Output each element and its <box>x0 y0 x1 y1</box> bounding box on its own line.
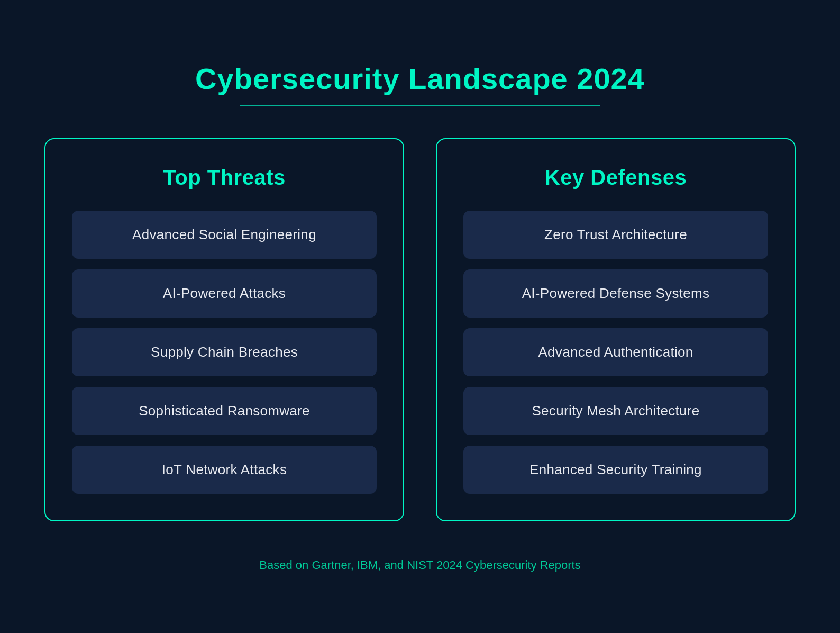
defense-item: Security Mesh Architecture <box>463 387 768 435</box>
threats-panel-title: Top Threats <box>163 166 285 189</box>
footer-text: Based on Gartner, IBM, and NIST 2024 Cyb… <box>259 558 580 572</box>
threat-item: IoT Network Attacks <box>72 446 377 494</box>
threat-item: Supply Chain Breaches <box>72 328 377 376</box>
columns-wrapper: Top Threats Advanced Social EngineeringA… <box>42 138 798 521</box>
page-title: Cybersecurity Landscape 2024 <box>195 61 645 96</box>
threats-panel: Top Threats Advanced Social EngineeringA… <box>44 138 404 521</box>
defenses-items-list: Zero Trust ArchitectureAI-Powered Defens… <box>463 211 768 494</box>
defense-item: Advanced Authentication <box>463 328 768 376</box>
threat-item: Advanced Social Engineering <box>72 211 377 259</box>
defense-item: Enhanced Security Training <box>463 446 768 494</box>
title-divider <box>240 105 600 106</box>
defenses-panel-title: Key Defenses <box>545 166 687 189</box>
threats-items-list: Advanced Social EngineeringAI-Powered At… <box>72 211 377 494</box>
defenses-panel: Key Defenses Zero Trust ArchitectureAI-P… <box>436 138 796 521</box>
threat-item: AI-Powered Attacks <box>72 269 377 318</box>
defense-item: Zero Trust Architecture <box>463 211 768 259</box>
defense-item: AI-Powered Defense Systems <box>463 269 768 318</box>
threat-item: Sophisticated Ransomware <box>72 387 377 435</box>
